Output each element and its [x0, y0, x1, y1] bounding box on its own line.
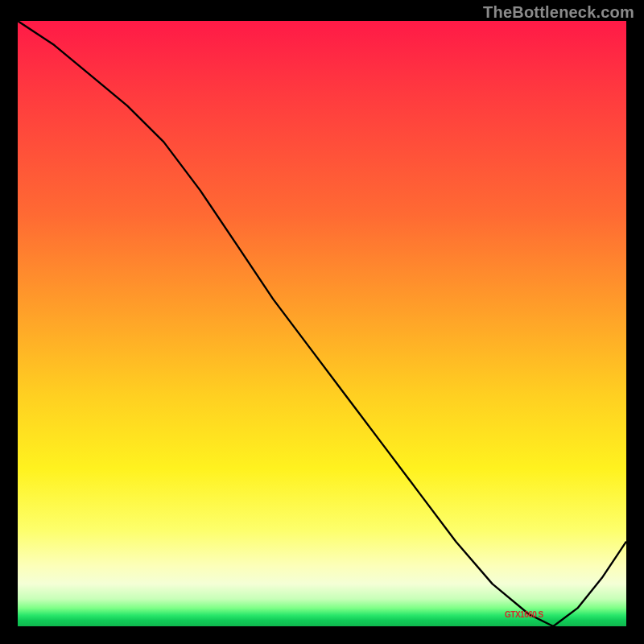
bottleneck-curve-path	[18, 21, 626, 626]
gpu-marker-label: GTX1660 S	[505, 610, 543, 619]
bottleneck-curve-svg	[18, 21, 626, 626]
plot-area: GTX1660 S	[18, 21, 626, 626]
credit-text: TheBottleneck.com	[483, 3, 634, 22]
